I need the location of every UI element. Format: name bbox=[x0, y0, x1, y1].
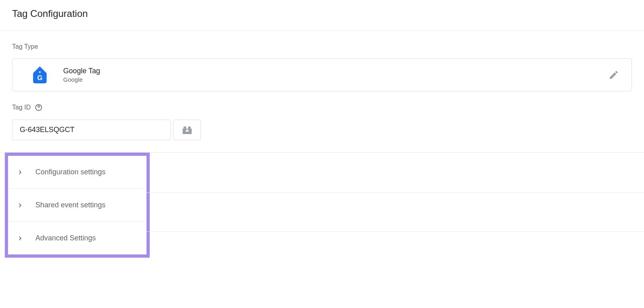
svg-rect-5 bbox=[184, 126, 186, 128]
configuration-settings-label: Configuration settings bbox=[35, 168, 105, 176]
tag-type-section: Tag Type G Google Tag Google bbox=[0, 31, 644, 99]
advanced-settings-row[interactable]: Advanced Settings bbox=[8, 222, 147, 254]
svg-rect-6 bbox=[188, 126, 191, 128]
settings-highlight: Configuration settings Shared event sett… bbox=[5, 153, 150, 258]
svg-text:G: G bbox=[37, 74, 42, 82]
tag-id-section: Tag ID bbox=[0, 99, 644, 152]
page-title: Tag Configuration bbox=[12, 8, 632, 19]
svg-rect-8 bbox=[187, 129, 188, 130]
shared-event-settings-row[interactable]: Shared event settings bbox=[8, 189, 147, 222]
pencil-icon bbox=[609, 70, 619, 80]
settings-section: Configuration settings Shared event sett… bbox=[0, 152, 644, 258]
tag-type-name: Google Tag bbox=[63, 67, 592, 75]
chevron-right-icon bbox=[16, 201, 24, 209]
tag-type-label: Tag Type bbox=[12, 43, 632, 50]
help-icon[interactable] bbox=[35, 103, 43, 112]
chevron-right-icon bbox=[16, 168, 24, 176]
insert-variable-button[interactable] bbox=[173, 120, 201, 140]
svg-point-3 bbox=[39, 109, 39, 110]
svg-point-0 bbox=[39, 71, 41, 73]
tag-id-label: Tag ID bbox=[12, 103, 632, 112]
shared-event-settings-label: Shared event settings bbox=[35, 201, 105, 209]
google-tag-icon: G bbox=[33, 67, 47, 83]
tag-type-vendor: Google bbox=[63, 76, 592, 83]
tag-id-label-text: Tag ID bbox=[12, 104, 31, 111]
tag-id-input[interactable] bbox=[12, 120, 171, 140]
advanced-settings-label: Advanced Settings bbox=[35, 234, 96, 242]
chevron-right-icon bbox=[16, 234, 24, 242]
row-divider bbox=[147, 232, 644, 232]
svg-rect-9 bbox=[186, 130, 189, 132]
tag-type-card[interactable]: G Google Tag Google bbox=[12, 58, 632, 91]
tag-config-header: Tag Configuration bbox=[0, 0, 644, 31]
tag-type-text: Google Tag Google bbox=[63, 67, 592, 83]
edit-tag-type-button[interactable] bbox=[608, 69, 619, 81]
configuration-settings-row[interactable]: Configuration settings bbox=[8, 156, 147, 189]
lego-brick-icon bbox=[181, 124, 193, 136]
row-divider bbox=[147, 192, 644, 193]
